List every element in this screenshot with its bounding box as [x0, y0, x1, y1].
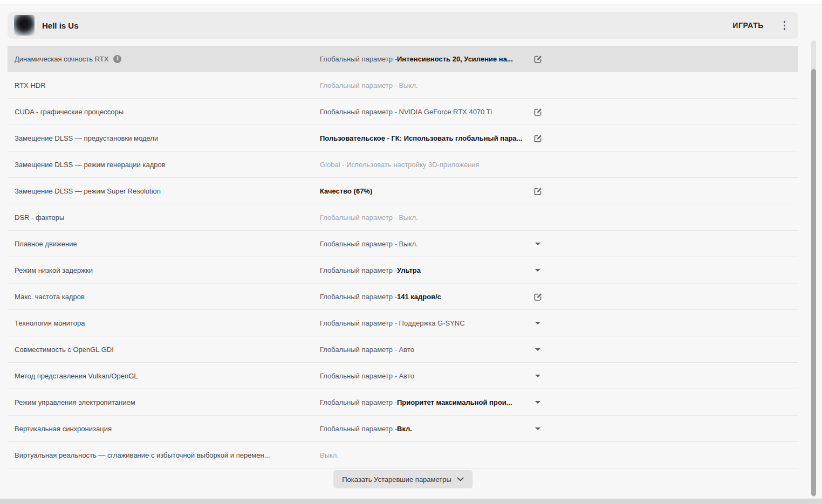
row-vulkan-opengl-present-method[interactable]: Метод представления Vulkan/OpenGL Глобал…	[8, 363, 798, 389]
row-low-latency-mode[interactable]: Режим низкой задержки Глобальный парамет…	[8, 257, 798, 284]
play-button[interactable]: ИГРАТЬ	[732, 12, 764, 39]
setting-label: Замещение DLSS — предустановки модели	[15, 134, 158, 142]
value-text: Глобальный параметр -	[320, 266, 397, 274]
value-text: Глобальный параметр -	[320, 55, 397, 63]
value-text: Глобальный параметр -	[320, 398, 397, 406]
setting-label: Виртуальная реальность — сглаживание с и…	[15, 451, 270, 459]
scrollbar-thumb[interactable]	[811, 69, 816, 496]
setting-label: Замещение DLSS — режим Super Resolution	[15, 187, 161, 195]
value-text: Global - Использовать настройку 3D-прило…	[320, 161, 480, 169]
chevron-down-icon[interactable]	[532, 423, 543, 434]
setting-value: Глобальный параметр - Ультра	[320, 257, 421, 283]
setting-label: Динамическая сочность RTX	[15, 55, 108, 63]
setting-label: Макс. частота кадров	[15, 293, 85, 301]
setting-label: Совместимость с OpenGL GDI	[15, 346, 114, 354]
setting-value: Global - Использовать настройку 3D-прило…	[320, 151, 480, 177]
row-max-frame-rate[interactable]: Макс. частота кадров Глобальный параметр…	[8, 284, 798, 310]
row-rtx-hdr[interactable]: RTX HDR Глобальный параметр - Выкл.	[8, 72, 798, 99]
setting-label: Замещение DLSS — режим генерации кадров	[15, 161, 166, 169]
row-rtx-dynamic-vibrance[interactable]: Динамическая сочность RTXi Глобальный па…	[8, 46, 798, 72]
game-thumbnail	[14, 15, 35, 36]
setting-label: Технология монитора	[15, 319, 85, 327]
row-power-management-mode[interactable]: Режим управления электропитанием Глобаль…	[8, 389, 798, 416]
panel-top-divider	[0, 0, 822, 4]
game-header-card: Hell is Us ИГРАТЬ	[8, 12, 798, 39]
value-text: Выкл.	[320, 451, 339, 459]
row-smooth-motion[interactable]: Плавное движение Глобальный параметр - В…	[8, 231, 798, 257]
setting-value: Глобальный параметр - Интенсивность 20, …	[320, 46, 513, 72]
settings-list: Динамическая сочность RTXi Глобальный па…	[8, 46, 798, 468]
setting-value: Глобальный параметр - Выкл.	[320, 204, 418, 230]
value-text: Глобальный параметр - Авто	[320, 372, 414, 380]
chevron-down-icon[interactable]	[532, 238, 543, 249]
setting-value: Глобальный параметр - Выкл.	[320, 72, 418, 98]
chevron-down-icon[interactable]	[532, 265, 543, 275]
setting-label: Плавное движение	[15, 240, 77, 248]
show-legacy-settings-button[interactable]: Показать Устаревшие параметры	[333, 470, 472, 488]
setting-value: Пользовательское - ГК: Использовать глоб…	[320, 125, 522, 151]
setting-value: Глобальный параметр - Поддержка G-SYNC	[320, 310, 465, 336]
setting-label: Вертикальная синхронизация	[15, 425, 112, 433]
chevron-down-icon[interactable]	[532, 344, 543, 355]
row-dsr-factors[interactable]: DSR - факторы Глобальный параметр - Выкл…	[8, 204, 798, 231]
show-legacy-settings-label: Показать Устаревшие параметры	[342, 475, 451, 484]
chevron-down-icon[interactable]	[532, 397, 543, 408]
row-cuda-gpus[interactable]: CUDA - графические процессоры Глобальный…	[8, 99, 798, 125]
value-text: Глобальный параметр - Выкл.	[320, 213, 418, 222]
edit-icon[interactable]	[532, 133, 543, 143]
row-opengl-gdi-compatibility[interactable]: Совместимость с OpenGL GDI Глобальный па…	[8, 336, 798, 363]
chevron-down-icon[interactable]	[532, 317, 543, 328]
row-vr-supersampling[interactable]: Виртуальная реальность — сглаживание с и…	[8, 442, 798, 468]
row-dlss-model-presets[interactable]: Замещение DLSS — предустановки модели По…	[8, 125, 798, 151]
value-strong-text: Пользовательское - ГК: Использовать глоб…	[320, 134, 522, 142]
setting-value: Качество (67%)	[320, 178, 372, 204]
chevron-down-icon	[457, 477, 464, 481]
info-icon[interactable]: i	[113, 55, 121, 63]
value-text: Глобальный параметр - NVIDIA GeForce RTX…	[320, 108, 492, 116]
setting-label: DSR - факторы	[15, 213, 64, 222]
value-text: Глобальный параметр - Выкл.	[320, 81, 418, 89]
value-text: Глобальный параметр - Поддержка G-SYNC	[320, 319, 465, 327]
row-dlss-frame-generation[interactable]: Замещение DLSS — режим генерации кадров …	[8, 151, 798, 178]
value-text: Глобальный параметр - Авто	[320, 346, 414, 354]
setting-value: Глобальный параметр - Выкл.	[320, 231, 418, 257]
setting-value: Выкл.	[320, 442, 339, 468]
value-strong-text: Приоритет максимальной прои...	[397, 398, 512, 406]
setting-label: Режим управления электропитанием	[15, 398, 135, 406]
setting-label: Режим низкой задержки	[15, 266, 93, 274]
value-text: Глобальный параметр -	[320, 293, 397, 301]
setting-label: Метод представления Vulkan/OpenGL	[15, 372, 138, 380]
setting-value: Глобальный параметр - Вкл.	[320, 416, 412, 441]
value-text: Глобальный параметр -	[320, 425, 397, 433]
kebab-menu-icon[interactable]	[782, 19, 788, 32]
edit-icon[interactable]	[532, 291, 543, 302]
row-dlss-super-resolution[interactable]: Замещение DLSS — режим Super Resolution …	[8, 178, 798, 204]
value-text: Глобальный параметр - Выкл.	[320, 240, 418, 248]
setting-value: Глобальный параметр - Авто	[320, 363, 414, 389]
game-title: Hell is Us	[42, 21, 79, 30]
value-strong-text: Интенсивность 20, Усиление на...	[397, 55, 513, 63]
value-strong-text: Качество (67%)	[320, 187, 372, 195]
row-monitor-technology[interactable]: Технология монитора Глобальный параметр …	[8, 310, 798, 336]
value-strong-text: 141 кадров/с	[397, 293, 441, 301]
chevron-down-icon[interactable]	[532, 370, 543, 381]
setting-value: Глобальный параметр - Авто	[320, 336, 414, 362]
setting-value: Глобальный параметр - Приоритет максимал…	[320, 389, 512, 415]
row-vertical-sync[interactable]: Вертикальная синхронизация Глобальный па…	[8, 416, 798, 442]
window-bottom-edge	[0, 499, 822, 504]
value-strong-text: Ультра	[397, 266, 421, 274]
setting-value: Глобальный параметр - NVIDIA GeForce RTX…	[320, 99, 492, 125]
setting-value: Глобальный параметр - 141 кадров/с	[320, 284, 441, 309]
setting-label: RTX HDR	[15, 81, 46, 89]
edit-icon[interactable]	[532, 185, 543, 196]
edit-icon[interactable]	[532, 53, 543, 64]
value-strong-text: Вкл.	[397, 425, 412, 433]
edit-icon[interactable]	[532, 106, 543, 117]
setting-label: CUDA - графические процессоры	[15, 108, 124, 116]
